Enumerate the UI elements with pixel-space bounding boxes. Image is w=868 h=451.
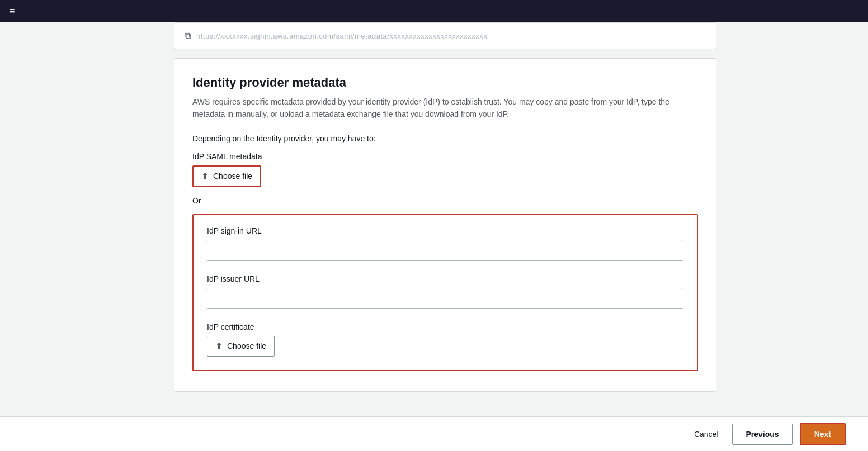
idp-signin-url-group: IdP sign-in URL [207,226,683,263]
idp-signin-url-label: IdP sign-in URL [207,226,683,235]
main-card: Identity provider metadata AWS requires … [174,58,716,392]
upload-icon: ⬆ [201,171,209,182]
cancel-button[interactable]: Cancel [687,425,725,443]
next-button[interactable]: Next [800,423,846,445]
card-title: Identity provider metadata [192,75,698,90]
hamburger-menu-icon[interactable]: ≡ [9,6,15,17]
copy-icon: ⧉ [185,31,191,41]
choose-file-cert-label: Choose file [227,341,266,350]
idp-issuer-url-label: IdP issuer URL [207,274,683,283]
footer-bar: Cancel Previous Next [0,416,868,451]
idp-certificate-choose-file-button[interactable]: ⬆ Choose file [207,336,275,357]
url-text: https://xxxxxxx.signin.aws.amazon.com/sa… [196,32,487,40]
idp-signin-url-input[interactable] [207,240,683,261]
idp-certificate-group: IdP certificate ⬆ Choose file [207,322,683,357]
top-navigation-bar: ≡ [0,0,868,22]
idp-issuer-url-input[interactable] [207,288,683,309]
idp-saml-metadata-label: IdP SAML metadata [192,152,698,161]
card-description: AWS requires specific metadata provided … [192,96,698,121]
url-bar-card: ⧉ https://xxxxxxx.signin.aws.amazon.com/… [174,22,716,49]
depending-text: Depending on the Identity provider, you … [192,134,698,143]
previous-button[interactable]: Previous [732,424,793,445]
or-divider-text: Or [192,196,698,205]
choose-file-label: Choose file [213,172,252,181]
upload-icon-cert: ⬆ [215,341,223,352]
or-section-box: IdP sign-in URL IdP issuer URL IdP certi… [192,214,698,371]
idp-saml-metadata-choose-file-button[interactable]: ⬆ Choose file [192,165,261,187]
content-area: ⧉ https://xxxxxxx.signin.aws.amazon.com/… [22,22,868,451]
idp-certificate-label: IdP certificate [207,322,683,331]
idp-issuer-url-group: IdP issuer URL [207,274,683,311]
